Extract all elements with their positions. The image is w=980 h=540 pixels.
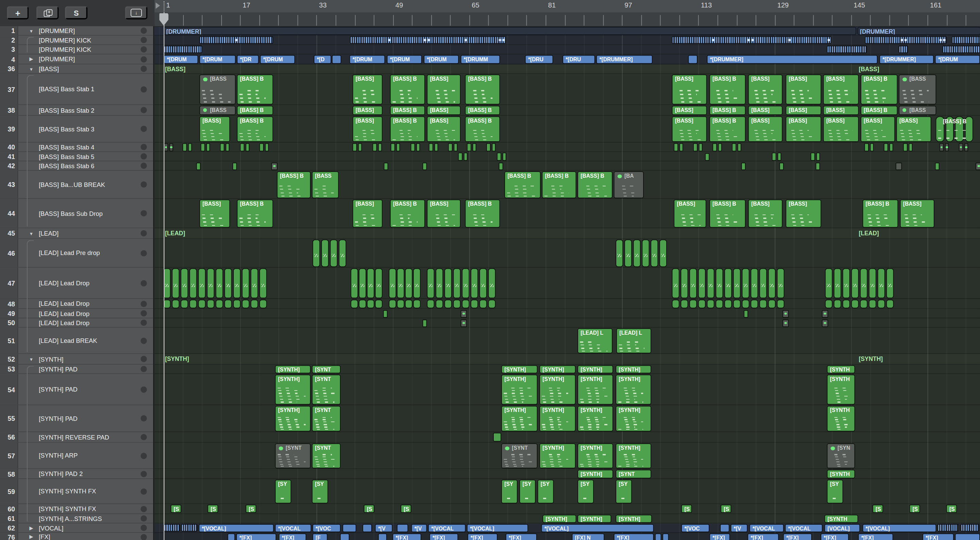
midi-region[interactable]: [SYNTH [824, 515, 858, 522]
lead-strip-region[interactable] [224, 268, 232, 298]
lead-strip-region[interactable] [172, 299, 179, 308]
lead-strip-region[interactable] [312, 239, 320, 267]
drummer-region[interactable]: *[FX] [858, 533, 893, 540]
drummer-region[interactable] [688, 55, 698, 64]
note-pair-region[interactable] [411, 143, 421, 151]
lead-strip-region[interactable] [689, 268, 697, 298]
lead-strip-region[interactable] [216, 268, 223, 298]
lead-strip-region[interactable] [843, 299, 850, 308]
track-mute-circle[interactable] [140, 506, 147, 512]
track-header-row[interactable]: 61[SYNTH] A...STRINGS [0, 514, 153, 524]
track-mute-circle[interactable] [140, 434, 147, 440]
note-block-region[interactable] [744, 310, 748, 317]
midi-region[interactable]: [BASS] B [390, 116, 425, 142]
note-block-region[interactable] [232, 162, 237, 170]
drummer-region[interactable]: *[D [314, 55, 331, 64]
lead-strip-region[interactable] [242, 268, 250, 298]
midi-region[interactable]: [BASS] [672, 105, 707, 115]
lead-strip-region[interactable] [330, 239, 337, 267]
drummer-region[interactable]: *[DRUM [260, 55, 295, 64]
lead-strip-region[interactable] [716, 299, 723, 308]
arrange-track-lane[interactable] [154, 432, 980, 443]
lead-strip-region[interactable] [689, 299, 697, 308]
lead-strip-region[interactable] [388, 268, 396, 298]
lead-strip-region[interactable] [251, 299, 258, 308]
note-pair-region[interactable] [201, 143, 211, 151]
midi-region[interactable]: [SYNTH] [578, 374, 613, 404]
looped-midi-region[interactable]: [BASS] B [936, 116, 974, 142]
midi-region[interactable]: [SYNT [312, 443, 340, 468]
synth-fx-region[interactable]: [SY [501, 479, 517, 503]
track-header-row[interactable]: 50[LEAD] Lead Drop [0, 319, 153, 328]
synth-fx-region[interactable]: [S [721, 505, 731, 513]
lead-strip-region[interactable] [777, 299, 784, 308]
audio-region[interactable] [199, 37, 273, 44]
track-mute-circle[interactable] [140, 107, 147, 113]
note-pair-region[interactable] [486, 143, 496, 151]
midi-region[interactable]: [BASS] B [504, 171, 541, 198]
drummer-region[interactable]: *[FX] [392, 533, 421, 540]
track-mute-circle[interactable] [140, 210, 147, 216]
lead-strip-region[interactable] [198, 299, 205, 308]
lead-strip-region[interactable] [886, 299, 894, 308]
midi-region[interactable]: [BASS] [353, 74, 382, 104]
audio-region[interactable] [181, 524, 198, 532]
synth-fx-region[interactable]: [SY [578, 479, 594, 503]
midi-region[interactable]: [BASS] B [390, 105, 425, 115]
track-header-row[interactable]: 4▶[DRUMMER] [0, 54, 153, 64]
drummer-region[interactable]: *[DRUMMER] [707, 55, 877, 64]
note-pair-region[interactable] [903, 143, 913, 151]
arrange-track-lane[interactable]: *[VOCAL]*[VOCAL*[VOC*[V*[V*[VOCAL*[VOCAL… [154, 523, 980, 533]
drummer-region[interactable]: [FX] N [572, 533, 605, 540]
arrange-track-lane[interactable]: *[DRUM*[DRUM*[DR*[DRUM*[D*[DRUM*[DRUM*[D… [154, 54, 980, 64]
midi-region[interactable]: [SYNTH] [616, 443, 651, 468]
midi-region[interactable]: [SYNTH] [578, 406, 613, 431]
folder-region[interactable]: [DRUMMER] [858, 27, 980, 35]
midi-region[interactable]: [BASS] [786, 105, 821, 115]
track-mute-circle[interactable] [140, 515, 147, 521]
track-header-row[interactable]: 49[LEAD] Lead Drop [0, 309, 153, 319]
arrange-track-lane[interactable] [154, 161, 980, 171]
track-header-row[interactable]: 41[BASS] Bass Stab 5 [0, 152, 153, 161]
disclosure-right-icon[interactable]: ▶ [27, 54, 35, 64]
drummer-region[interactable]: *[DRUMMER] [596, 55, 652, 64]
lead-strip-region[interactable] [321, 239, 329, 267]
midi-region[interactable]: [SYNTH] [501, 365, 538, 373]
drummer-region[interactable]: *[V [730, 524, 748, 532]
midi-region[interactable]: [BASS] B [710, 74, 746, 104]
midi-region[interactable]: [BASS] [900, 199, 934, 228]
lead-strip-region[interactable] [751, 299, 758, 308]
midi-region[interactable]: [BASS] [896, 116, 931, 142]
lead-strip-region[interactable] [462, 268, 469, 298]
audio-region[interactable] [350, 37, 506, 44]
synth-fx-region[interactable]: [S [401, 505, 411, 513]
midi-region[interactable]: [BASS] B [465, 199, 500, 228]
arrange-track-lane[interactable]: [SYNTH][SYNT[SYNTH][SYNTH][SYNTH][SYNTH]… [154, 405, 980, 432]
drummer-region[interactable]: *[FX] [279, 533, 306, 540]
lead-strip-region[interactable] [834, 268, 841, 298]
midi-region[interactable]: [SYNTH] [501, 406, 538, 431]
lead-strip-region[interactable] [251, 268, 258, 298]
lead-strip-region[interactable] [733, 299, 740, 308]
midi-region[interactable]: [BASS [899, 105, 936, 115]
lead-strip-region[interactable] [707, 299, 714, 308]
track-mute-circle[interactable] [140, 37, 147, 43]
synth-fx-region[interactable]: [SY [616, 479, 632, 503]
midi-region[interactable]: [BASS] B [390, 74, 425, 104]
midi-region[interactable]: [BASS] [786, 74, 821, 104]
midi-region[interactable]: [SYNTH] [616, 406, 651, 431]
midi-region[interactable]: [BASS] [748, 105, 783, 115]
lead-strip-region[interactable] [642, 239, 649, 267]
disclosure-down-icon[interactable]: ▼ [27, 26, 35, 35]
lead-strip-region[interactable] [359, 268, 366, 298]
drummer-region[interactable]: *[DRUM [199, 55, 236, 64]
midi-region[interactable]: [BASS] [427, 199, 460, 228]
drummer-region[interactable] [955, 533, 980, 540]
drummer-region[interactable]: *[V [411, 524, 427, 532]
lead-strip-region[interactable] [172, 268, 179, 298]
track-mute-circle[interactable] [140, 366, 147, 372]
lead-strip-region[interactable] [869, 299, 876, 308]
midi-region[interactable]: [BASS] [672, 74, 707, 104]
track-header-row[interactable]: 39[BASS] Bass Stab 3 [0, 116, 153, 143]
lead-strip-region[interactable] [751, 268, 758, 298]
